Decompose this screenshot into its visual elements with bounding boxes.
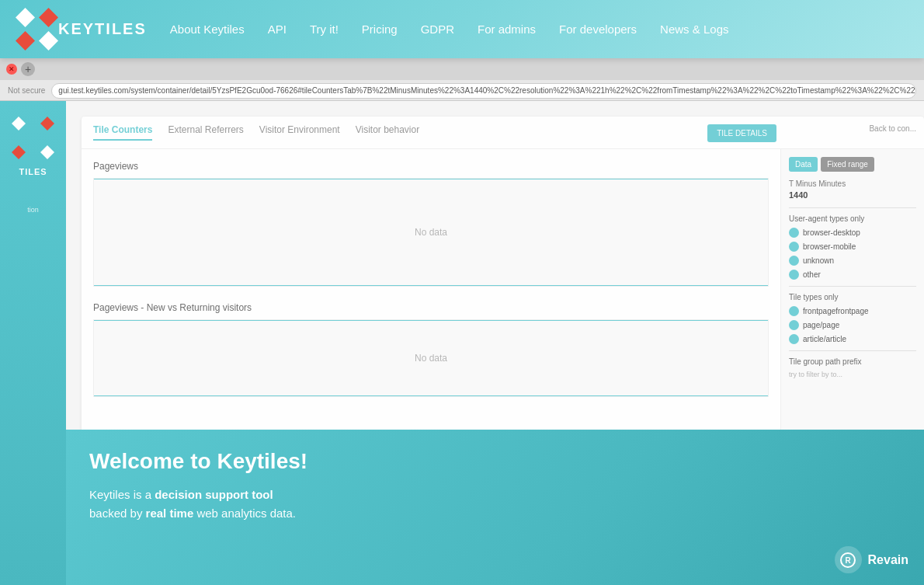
revain-badge: R Revain (835, 546, 908, 573)
label-page: page/page (803, 321, 839, 329)
pageviews-nvr-title: Pageviews - New vs Returning visitors (93, 302, 769, 313)
tab-bar: ✕ + (0, 58, 924, 80)
t-minus-value: 1440 (789, 190, 916, 200)
label-browser-desktop: browser-desktop (803, 228, 860, 237)
tile-details-button[interactable]: TILE DETAILS (707, 124, 776, 142)
label-unknown: unknown (803, 256, 834, 265)
tab-external-referrers[interactable]: External Referrers (168, 124, 243, 141)
welcome-desc-normal2: backed by (89, 507, 146, 520)
label-browser-mobile: browser-mobile (803, 242, 856, 251)
revain-icon: R (835, 546, 862, 573)
welcome-overlay: Welcome to Keytiles! Keytiles is a decis… (66, 430, 924, 585)
checkbox-article[interactable] (789, 334, 799, 344)
keytiles-logo (16, 8, 58, 50)
tab-visitor-behavior[interactable]: Visitor behavior (356, 124, 420, 141)
back-button[interactable]: Back to con... (869, 124, 916, 133)
logo-area: KEYTILES (16, 8, 147, 50)
sidebar-logo (12, 117, 54, 159)
pageviews-nvr-no-data: No data (415, 353, 447, 364)
address-bar[interactable]: gui.test.keytiles.com/system/container/d… (51, 83, 916, 99)
panel-header: Tile Counters External Referrers Visitor… (82, 117, 924, 149)
tile-types-label: Tile types only (789, 293, 916, 301)
sidebar-logo-tr (40, 117, 54, 131)
fixed-range-button[interactable]: Fixed range (821, 157, 874, 172)
nav-link-gdpr[interactable]: GDPR (421, 23, 454, 36)
logo-diamond-br (39, 31, 58, 50)
panel-tabs: Tile Counters External Referrers Visitor… (93, 124, 419, 141)
address-bar-row: Not secure gui.test.keytiles.com/system/… (0, 80, 924, 101)
nav-links: About Keytiles API Try it! Pricing GDPR … (170, 23, 908, 36)
nav-link-tryit[interactable]: Try it! (310, 23, 339, 36)
sidebar-logo-br (40, 145, 54, 159)
checkbox-browser-mobile[interactable] (789, 242, 799, 252)
logo-diamond-tl (16, 8, 35, 27)
chart-line-top-2 (94, 320, 768, 321)
pageviews-nvr-chart: No data (93, 319, 769, 397)
checkbox-browser-desktop[interactable] (789, 228, 799, 238)
tab-visitor-environment[interactable]: Visitor Environment (259, 124, 340, 141)
pageviews-chart-section: Pageviews No data (93, 161, 769, 287)
user-agent-browser-desktop[interactable]: browser-desktop (789, 228, 916, 238)
welcome-desc-bold2: real time (146, 507, 194, 520)
welcome-desc-bold1: decision support tool (155, 488, 273, 501)
nav-bar: KEYTILES About Keytiles API Try it! Pric… (0, 0, 924, 58)
tile-type-frontpage[interactable]: frontpagefrontpage (789, 306, 916, 316)
tab-close-button[interactable]: ✕ (6, 64, 17, 75)
label-frontpage: frontpagefrontpage (803, 307, 869, 315)
checkbox-page[interactable] (789, 320, 799, 330)
nav-link-newslogs[interactable]: News & Logs (660, 23, 728, 36)
tile-type-article[interactable]: article/article (789, 334, 916, 344)
nav-link-pricing[interactable]: Pricing (362, 23, 398, 36)
nav-link-api[interactable]: API (268, 23, 287, 36)
logo-diamond-tr (39, 8, 58, 27)
user-agent-browser-mobile[interactable]: browser-mobile (789, 242, 916, 252)
welcome-desc-normal: Keytiles is a (89, 488, 155, 501)
sidebar-logo-tl (12, 117, 26, 131)
logo-diamond-bl (16, 31, 35, 50)
label-other: other (803, 270, 821, 279)
data-button[interactable]: Data (789, 157, 818, 172)
user-agent-other[interactable]: other (789, 270, 916, 280)
tile-group-label: Tile group path prefix (789, 357, 916, 366)
security-badge: Not secure (8, 86, 45, 95)
chart-line-bottom-1 (94, 285, 768, 286)
tile-group-hint[interactable]: try to filter by to... (789, 371, 916, 378)
chart-line-bottom-2 (94, 395, 768, 396)
tab-new-button[interactable]: + (21, 62, 35, 76)
chart-line-top-1 (94, 179, 768, 179)
divider-3 (789, 350, 916, 351)
revain-svg: R (840, 552, 856, 568)
checkbox-frontpage[interactable] (789, 306, 799, 316)
welcome-desc: Keytiles is a decision support tool back… (89, 486, 901, 523)
revain-label: Revain (868, 553, 908, 567)
data-toggle-row: Data Fixed range (789, 157, 916, 172)
sidebar-nav-item-section[interactable]: tion (6, 200, 61, 220)
label-article: article/article (803, 335, 846, 343)
main-content: TILES tion Tile Counters External Referr… (0, 101, 924, 585)
sidebar-logo-bl (12, 145, 26, 159)
welcome-title: Welcome to Keytiles! (89, 449, 901, 474)
logo-text: KEYTILES (58, 20, 147, 38)
nav-link-developers[interactable]: For developers (559, 23, 637, 36)
divider-1 (789, 207, 916, 208)
svg-text:R: R (845, 556, 851, 565)
inner-content: Tile Counters External Referrers Visitor… (66, 101, 924, 585)
checkbox-unknown[interactable] (789, 256, 799, 266)
sidebar-brand: TILES (19, 167, 47, 176)
t-minus-label: T Minus Minutes (789, 179, 916, 188)
nav-link-admins[interactable]: For admins (478, 23, 536, 36)
welcome-desc-normal3: web analytics data. (193, 507, 296, 520)
user-agent-label: User-agent types only (789, 214, 916, 223)
left-sidebar: TILES tion (0, 101, 66, 585)
pageviews-no-data: No data (415, 227, 447, 238)
pageviews-chart-title: Pageviews (93, 161, 769, 172)
tab-tile-counters[interactable]: Tile Counters (93, 124, 152, 141)
divider-2 (789, 286, 916, 287)
pageviews-chart: No data (93, 178, 769, 287)
tile-type-page[interactable]: page/page (789, 320, 916, 330)
browser-chrome: ✕ + Not secure gui.test.keytiles.com/sys… (0, 58, 924, 101)
user-agent-unknown[interactable]: unknown (789, 256, 916, 266)
pageviews-nvr-section: Pageviews - New vs Returning visitors No… (93, 302, 769, 397)
checkbox-other[interactable] (789, 270, 799, 280)
nav-link-about[interactable]: About Keytiles (170, 23, 245, 36)
